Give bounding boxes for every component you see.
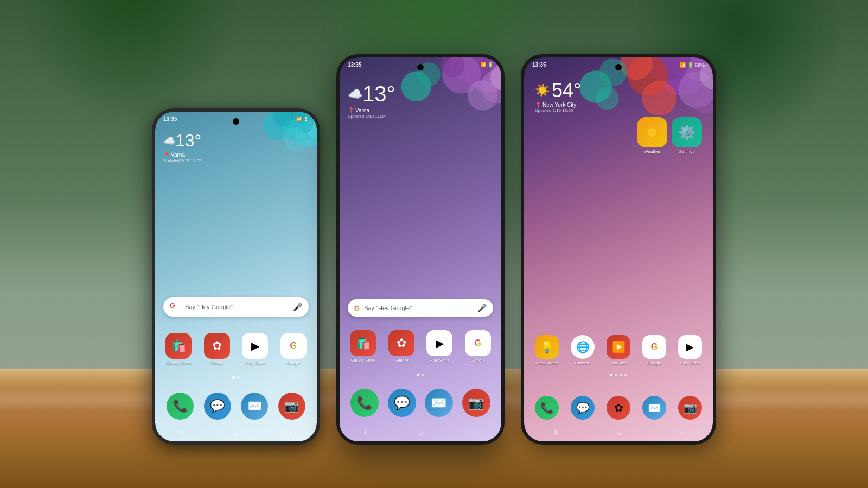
nav-recents-right[interactable]: ⦀ bbox=[554, 428, 557, 437]
app-gallery-left[interactable]: ✿ Gallery bbox=[200, 333, 234, 365]
phone-left: 13:35 📶 🔋 ☁️ 13° 📍 Varna Upda bbox=[152, 108, 320, 445]
weather-updated-right: Updated 2/10 13:00 bbox=[535, 108, 581, 113]
app-galaxy-store-left[interactable]: 🛍️ Galaxy Store bbox=[162, 333, 196, 365]
dock-camera-middle[interactable]: 📷 bbox=[462, 389, 490, 417]
page-dots-middle bbox=[417, 374, 424, 376]
top-right-icons: ☀️ Weather ⚙️ Settings bbox=[637, 117, 702, 154]
search-text-middle: Say "Hey Google" bbox=[364, 305, 473, 311]
weather-location-right: 📍 New York City bbox=[535, 102, 581, 108]
nav-recents-middle[interactable]: ⦀ bbox=[365, 428, 368, 437]
dock-mail-left[interactable]: ✉️ bbox=[241, 393, 268, 420]
nav-back-left[interactable]: ‹ bbox=[289, 428, 292, 437]
app-label-galaxy-store-left: Galaxy Store bbox=[166, 361, 191, 365]
dock-gallery-right[interactable]: ✿ bbox=[602, 396, 635, 420]
weather-updated-middle: Updated 3/10 11:34 bbox=[348, 114, 395, 119]
page-dots-right bbox=[610, 374, 627, 376]
app-keep-notes-right[interactable]: 💡 Keep Notes bbox=[531, 335, 563, 365]
app-label-gallery-left: Gallery bbox=[210, 361, 224, 365]
app-grid-right-main: 💡 Keep Notes 🌐 Chrome ▶️ YouTube bbox=[531, 335, 706, 365]
app-youtube-right[interactable]: ▶️ YouTube bbox=[602, 335, 635, 365]
app-chrome-right[interactable]: 🌐 Chrome bbox=[566, 335, 599, 365]
nav-home-right[interactable]: ○ bbox=[616, 428, 621, 437]
app-weather-right[interactable]: ☀️ Weather bbox=[637, 117, 667, 154]
weather-widget-right: ☀️ 54° 📍 New York City Updated 2/10 13:0… bbox=[535, 79, 581, 113]
nav-home-left[interactable]: ○ bbox=[234, 428, 238, 437]
phone-right-screen: 13:35 📶 🔋 89% ☀️ 54° 📍 New York City Upd… bbox=[524, 57, 713, 441]
dock-phone-right[interactable]: 📞 bbox=[531, 396, 563, 420]
weather-temp-left: 13° bbox=[175, 131, 201, 151]
time-middle: 13:35 bbox=[348, 62, 362, 68]
dock-messages-right[interactable]: 💬 bbox=[566, 396, 599, 420]
search-bar-middle[interactable]: G Say "Hey Google" 🎤 bbox=[348, 299, 493, 317]
app-label-play-store-left: Play Store bbox=[245, 361, 265, 365]
app-label-youtube: YouTube bbox=[610, 361, 627, 365]
weather-icon-middle: ☁️ bbox=[348, 87, 362, 101]
search-bar-left[interactable]: G Say "Hey Google" 🎤 bbox=[163, 297, 309, 317]
app-label-google-middle: Google bbox=[471, 358, 485, 363]
nav-bar-middle: ⦀ ○ ‹ bbox=[340, 428, 501, 437]
app-google-middle[interactable]: G Google bbox=[461, 330, 495, 363]
dock-mail-middle[interactable]: ✉️ bbox=[425, 389, 453, 417]
weather-temp-middle: 13° bbox=[362, 82, 395, 106]
dock-mail-right[interactable]: ✉️ bbox=[638, 396, 671, 420]
dock-messages-middle[interactable]: 💬 bbox=[388, 389, 416, 417]
nav-home-middle[interactable]: ○ bbox=[418, 428, 423, 437]
status-icons-left: 📶 🔋 bbox=[296, 117, 309, 121]
weather-location-middle: 📍 Varna bbox=[348, 107, 395, 113]
app-label-gallery-middle: Gallery bbox=[394, 358, 408, 363]
app-google-left[interactable]: G Google bbox=[277, 333, 311, 365]
status-icons-middle: 📶 🔋 bbox=[481, 62, 493, 67]
battery-pct-right: 89% bbox=[695, 62, 705, 68]
status-icons-right: 📶 🔋 89% bbox=[680, 62, 705, 68]
dock-left: 📞 💬 ✉️ 📷 bbox=[162, 393, 310, 420]
nav-recents-left[interactable]: ⦀ bbox=[180, 428, 183, 437]
app-label-play-store-right: Play Store bbox=[680, 361, 700, 365]
app-play-store-middle[interactable]: ▶ Play Store bbox=[423, 330, 457, 363]
dock-right: 📞 💬 ✿ ✉️ bbox=[531, 396, 706, 420]
dock-camera-left[interactable]: 📷 bbox=[278, 393, 305, 420]
phone-left-screen: 13:35 📶 🔋 ☁️ 13° 📍 Varna Upda bbox=[155, 112, 317, 441]
app-label-google-left: Google bbox=[286, 361, 301, 365]
camera-hole-middle bbox=[417, 64, 424, 70]
phones-container: 13:35 📶 🔋 ☁️ 13° 📍 Varna Upda bbox=[152, 54, 716, 445]
app-settings-right[interactable]: ⚙️ Settings bbox=[672, 117, 702, 154]
dock-phone-left[interactable]: 📞 bbox=[167, 393, 194, 420]
weather-updated-left: Updated 3/10 11:09 bbox=[163, 158, 201, 163]
app-google-right[interactable]: G Google bbox=[638, 335, 671, 365]
app-label-settings-right: Settings bbox=[679, 149, 695, 154]
screen-bg-right bbox=[524, 57, 713, 441]
weather-widget-left: ☁️ 13° 📍 Varna Updated 3/10 11:09 bbox=[163, 131, 201, 163]
time-right: 13:35 bbox=[532, 62, 546, 68]
app-label-chrome: Chrome bbox=[575, 361, 590, 365]
nav-back-middle[interactable]: ‹ bbox=[474, 428, 476, 437]
nav-bar-right: ⦀ ○ ‹ bbox=[524, 428, 713, 437]
app-label-weather-right: Weather bbox=[644, 149, 660, 154]
page-dots-left bbox=[232, 376, 240, 379]
weather-icon-right: ☀️ bbox=[535, 84, 550, 98]
google-g-icon-middle: G bbox=[354, 304, 360, 312]
dock-camera-right[interactable]: 📷 bbox=[674, 396, 706, 420]
app-gallery-middle[interactable]: ✿ Gallery bbox=[385, 330, 419, 363]
dock-middle: 📞 💬 ✉️ 📷 bbox=[346, 389, 495, 417]
phone-right: 13:35 📶 🔋 89% ☀️ 54° 📍 New York City Upd… bbox=[521, 54, 716, 445]
camera-hole-left bbox=[233, 118, 239, 125]
nav-back-right[interactable]: ‹ bbox=[680, 428, 683, 437]
app-play-store-left[interactable]: ▶ Play Store bbox=[238, 333, 272, 365]
app-grid-left: 🛍️ Galaxy Store ✿ Gallery ▶ Play Sto bbox=[162, 333, 310, 365]
app-play-store-right[interactable]: ▶ Play Store bbox=[674, 335, 706, 365]
dock-messages-left[interactable]: 💬 bbox=[204, 393, 231, 420]
mic-icon-middle: 🎤 bbox=[477, 304, 487, 312]
weather-temp-right: 54° bbox=[552, 79, 581, 102]
dock-phone-middle[interactable]: 📞 bbox=[350, 389, 379, 417]
app-galaxy-store-middle[interactable]: 🛍️ Galaxy Store bbox=[346, 330, 380, 363]
app-label-play-store-middle: Play Store bbox=[430, 358, 450, 363]
google-g-icon-left: G bbox=[170, 301, 181, 312]
app-grid-middle: 🛍️ Galaxy Store ✿ Gallery ▶ Play Sto bbox=[346, 330, 495, 363]
app-label-google-right: Google bbox=[647, 361, 661, 365]
mic-icon-left: 🎤 bbox=[293, 303, 302, 311]
weather-icon-left: ☁️ bbox=[163, 135, 175, 147]
weather-widget-middle: ☁️ 13° 📍 Varna Updated 3/10 11:34 bbox=[348, 82, 395, 119]
phone-middle: 13:35 📶 🔋 ☁️ 13° 📍 Varna Updated 3/10 11… bbox=[336, 54, 505, 445]
time-left: 13:35 bbox=[163, 116, 177, 122]
weather-location-left: 📍 Varna bbox=[163, 152, 201, 158]
